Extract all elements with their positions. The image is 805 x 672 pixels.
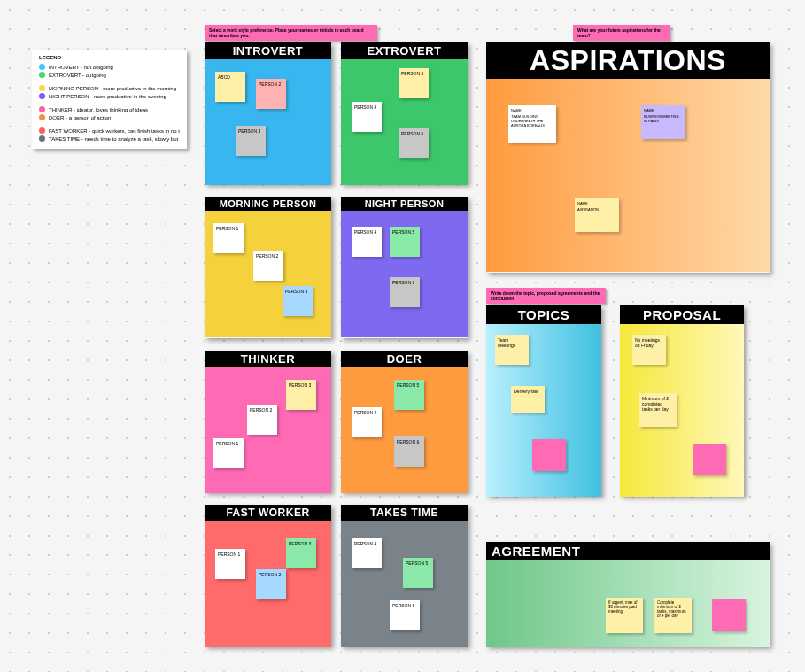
sticky-note[interactable]: Minimum of 2 completed tasks per day: [639, 393, 677, 427]
sticky-note[interactable]: PERSON 1: [215, 549, 245, 579]
board-morning[interactable]: MORNING PERSON PERSON 1 PERSON 2 PERSON …: [205, 197, 331, 338]
sticky-note[interactable]: Delivery rate: [511, 386, 545, 413]
board-title: TOPICS: [486, 305, 601, 324]
sticky-note[interactable]: Team Meetings: [495, 335, 529, 365]
legend-row: THINKER - ideator, loves thinking of ide…: [39, 106, 180, 112]
board-body[interactable]: PERSON 4 PERSON 5 PERSON 6: [341, 211, 468, 337]
legend-text: NIGHT PERSON - more productive in the ev…: [49, 94, 166, 99]
board-night[interactable]: NIGHT PERSON PERSON 4 PERSON 5 PERSON 6: [341, 197, 468, 338]
legend-row: MORNING PERSON - more productive in the …: [39, 85, 180, 91]
note-name: NAME: [577, 201, 588, 205]
board-fast-worker[interactable]: FAST WORKER PERSON 3 PERSON 1 PERSON 2: [205, 505, 331, 646]
sticky-note[interactable]: ABCD: [215, 72, 245, 102]
sticky-note[interactable]: PERSON 4: [352, 538, 382, 568]
sticky-note[interactable]: PERSON 6: [390, 600, 420, 630]
sticky-note[interactable]: PERSON 6: [399, 128, 429, 158]
board-title: INTROVERT: [205, 42, 331, 59]
dot-icon: [39, 106, 45, 112]
legend-text: EXTROVERT - outgoing: [49, 73, 106, 78]
board-title: PROPOSAL: [620, 305, 744, 324]
legend-row: EXTROVERT - outgoing: [39, 72, 180, 78]
sticky-note[interactable]: PERSON 5: [399, 68, 429, 98]
board-body[interactable]: Team Meetings Delivery rate: [486, 324, 601, 497]
sticky-note[interactable]: PERSON 6: [390, 277, 420, 307]
board-body[interactable]: PERSON 5 PERSON 4 PERSON 6: [341, 367, 468, 493]
dot-icon: [39, 114, 45, 120]
sticky-note[interactable]: PERSON 3: [286, 380, 316, 410]
sticky-note[interactable]: NAME ASPIRATION: [575, 198, 619, 232]
label-aspirations[interactable]: What are your future aspirations for the…: [573, 25, 670, 41]
legend-row: TAKES TIME - needs time to analyze a tas…: [39, 135, 180, 142]
board-title: AGREEMENT: [486, 542, 770, 560]
board-title: EXTROVERT: [341, 42, 468, 59]
sticky-note-empty[interactable]: [532, 439, 566, 471]
dot-icon: [39, 85, 45, 91]
dot-icon: [39, 72, 45, 78]
sticky-note[interactable]: PERSON 1: [213, 223, 244, 253]
legend-text: DOER - a person of action: [49, 115, 111, 120]
board-body[interactable]: PERSON 4 PERSON 5 PERSON 6: [341, 521, 468, 647]
label-agreements[interactable]: Write down the topic, proposed agreement…: [486, 288, 606, 304]
board-title: NIGHT PERSON: [341, 197, 468, 211]
sticky-note[interactable]: PERSON 2: [256, 569, 286, 599]
board-agreement[interactable]: AGREEMENT If urgent, max of 30 minutes p…: [486, 542, 770, 646]
note-name: NAME: [644, 108, 654, 112]
board-title: DOER: [341, 351, 468, 367]
sticky-note[interactable]: PERSON 1: [213, 438, 244, 468]
board-proposal[interactable]: PROPOSAL No meetings on Friday Minimum o…: [620, 305, 744, 496]
board-title: FAST WORKER: [205, 505, 331, 521]
sticky-note[interactable]: PERSON 4: [352, 102, 382, 132]
sticky-note[interactable]: PERSON 3: [283, 286, 313, 316]
legend-panel: LEGEND INTROVERT - not outgoing EXTROVER…: [32, 50, 187, 149]
legend-row: NIGHT PERSON - more productive in the ev…: [39, 93, 180, 99]
legend-text: TAKES TIME - needs time to analyze a tas…: [49, 136, 180, 142]
sticky-note-empty[interactable]: [693, 444, 726, 475]
legend-title: LEGEND: [39, 55, 180, 60]
board-body[interactable]: PERSON 1 PERSON 2 PERSON 3: [205, 211, 331, 337]
note-name: NAME: [511, 108, 522, 112]
board-title: ASPIRATIONS: [486, 42, 770, 79]
sticky-note[interactable]: NAME BUSINESS MEETING IN PARIS: [641, 105, 685, 139]
board-doer[interactable]: DOER PERSON 5 PERSON 4 PERSON 6: [341, 351, 468, 492]
note-text: TEAM BUILDING UNDERNEATH THE AURORA BORE…: [511, 114, 553, 127]
sticky-note-empty[interactable]: [712, 599, 746, 631]
sticky-note[interactable]: PERSON 5: [394, 380, 424, 410]
board-body[interactable]: PERSON 5 PERSON 4 PERSON 6: [341, 59, 468, 185]
board-takes-time[interactable]: TAKES TIME PERSON 4 PERSON 5 PERSON 6: [341, 505, 468, 646]
sticky-note[interactable]: PERSON 2: [253, 251, 283, 281]
board-title: THINKER: [205, 351, 331, 367]
legend-row: FAST WORKER - quick workers, can finish …: [39, 127, 180, 134]
sticky-note[interactable]: PERSON 6: [394, 436, 424, 467]
sticky-note[interactable]: PERSON 2: [247, 405, 277, 435]
board-introvert[interactable]: INTROVERT ABCD PERSON 2 PERSON 3: [205, 42, 331, 184]
sticky-note[interactable]: PERSON 3: [236, 126, 266, 156]
board-title: MORNING PERSON: [205, 197, 331, 211]
sticky-note[interactable]: PERSON 5: [403, 558, 433, 588]
dot-icon: [39, 93, 45, 99]
sticky-note[interactable]: PERSON 3: [286, 538, 316, 568]
board-body[interactable]: If urgent, max of 30 minutes paid meetin…: [486, 560, 770, 647]
board-extrovert[interactable]: EXTROVERT PERSON 5 PERSON 4 PERSON 6: [341, 42, 468, 184]
legend-text: MORNING PERSON - more productive in the …: [49, 86, 176, 91]
board-thinker[interactable]: THINKER PERSON 3 PERSON 2 PERSON 1: [205, 351, 331, 492]
label-workstyle[interactable]: Select a work style preference. Place yo…: [205, 25, 377, 41]
note-text: ASPIRATION: [577, 207, 616, 212]
sticky-note[interactable]: NAME TEAM BUILDING UNDERNEATH THE AURORA…: [508, 105, 556, 143]
board-topics[interactable]: TOPICS Team Meetings Delivery rate: [486, 305, 601, 496]
sticky-note[interactable]: If urgent, max of 30 minutes paid meetin…: [606, 598, 643, 633]
board-title: TAKES TIME: [341, 505, 468, 521]
board-body[interactable]: PERSON 3 PERSON 1 PERSON 2: [205, 521, 331, 647]
sticky-note[interactable]: PERSON 2: [256, 79, 286, 109]
dot-icon: [39, 127, 45, 134]
sticky-note[interactable]: PERSON 4: [352, 407, 382, 437]
legend-text: THINKER - ideator, loves thinking of ide…: [49, 107, 148, 112]
board-aspirations[interactable]: ASPIRATIONS NAME TEAM BUILDING UNDERNEAT…: [486, 42, 770, 273]
board-body[interactable]: ABCD PERSON 2 PERSON 3: [205, 59, 331, 185]
sticky-note[interactable]: PERSON 5: [390, 227, 420, 257]
sticky-note[interactable]: No meetings on Friday: [632, 335, 666, 365]
sticky-note[interactable]: PERSON 4: [352, 227, 382, 257]
board-body[interactable]: PERSON 3 PERSON 2 PERSON 1: [205, 367, 331, 493]
board-body[interactable]: NAME TEAM BUILDING UNDERNEATH THE AURORA…: [486, 79, 770, 272]
board-body[interactable]: No meetings on Friday Minimum of 2 compl…: [620, 324, 744, 497]
sticky-note[interactable]: Complete minimum of 2 tasks, maximum of …: [654, 598, 692, 633]
